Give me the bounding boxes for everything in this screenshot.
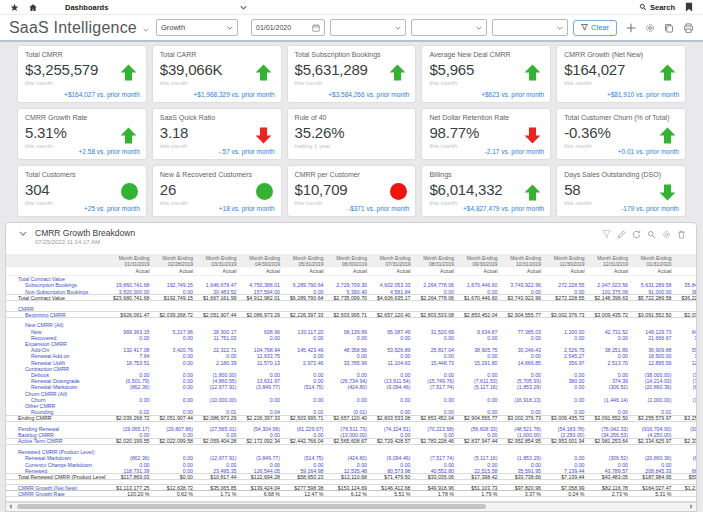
table-cell: $2,051,907.44 [193, 312, 237, 317]
filter-select-1[interactable] [330, 19, 406, 36]
filter-icon [581, 24, 588, 31]
circle-green-indicator [256, 183, 273, 200]
column-header: Month Ending07/31/2019 [367, 256, 411, 267]
refresh-icon[interactable] [632, 230, 641, 239]
kpi-label: CMRR Growth (Net New) [564, 51, 678, 58]
table-cell: $82,116.78 [585, 485, 629, 490]
kpi-value: 35.26% [295, 124, 409, 141]
table-cell: $3,091,552.50 [585, 416, 629, 421]
table-cell: 0.62 % [150, 491, 194, 496]
column-header: Month Ending01/31/2019 [106, 256, 150, 267]
kpi-card[interactable]: Average New Deal CMRR$5,965this month+$6… [421, 45, 551, 103]
kpi-card[interactable]: Total Customer Churn (% of Total)-0.36%t… [556, 108, 686, 160]
gear-icon[interactable] [662, 230, 671, 239]
view-select[interactable]: Growth [156, 19, 238, 36]
column-header: Month Ending08/31/2019 [411, 256, 455, 267]
kpi-delta: +$164,027 vs. prior month [64, 91, 140, 98]
table-cell: $2,904,555.77 [454, 416, 498, 421]
horizontal-scrollbar[interactable] [6, 502, 696, 511]
cmrr-table: Month Ending01/31/2019Month Ending02/28/… [6, 254, 696, 503]
gear-icon[interactable] [645, 23, 655, 33]
kpi-card[interactable]: Total CARR$39,066Kthis month+$1,968,329 … [152, 45, 282, 103]
kpi-card[interactable]: Total CMRR$3,255,579this month+$164,027 … [17, 45, 147, 103]
star-icon[interactable] [10, 3, 19, 12]
kpi-card[interactable]: Total Customers304this month+25 vs. prio… [17, 165, 147, 217]
table-cell: $2,148,398.63 [585, 295, 629, 300]
collapse-chevron-icon[interactable] [19, 231, 27, 236]
kpi-label: CMRR per Customer [295, 171, 409, 178]
arrow-down-green-icon [658, 183, 677, 206]
table-cell: $2,020,199.55 [106, 439, 150, 444]
kpi-card[interactable]: Days Sales Outstanding (DSO)58this month… [556, 165, 686, 217]
search-button[interactable]: Search [639, 3, 675, 12]
table-cell: (424.80) [324, 384, 368, 390]
table-cell: $1,113,177.25 [106, 485, 150, 490]
top-nav: Dashboards Search [0, 0, 703, 15]
table-cell: $4,912,982.01 [237, 295, 281, 300]
table-row: Churn0.000.00(10,000.00)0.000.000.000.00… [6, 397, 696, 403]
table-cell: 33,417.7 [672, 335, 697, 341]
kpi-card[interactable]: CMRR Growth Rate5.31%this month+2.58 vs.… [17, 108, 147, 160]
table-cell: $12,638.72 [150, 485, 194, 490]
chevron-down-icon[interactable] [143, 28, 149, 32]
scenario-cell: Actual [193, 269, 237, 275]
kpi-card[interactable]: New & Recovered Customers26this month+18… [152, 165, 282, 217]
table-cell: 0.00 [150, 359, 194, 365]
home-icon[interactable] [28, 3, 38, 12]
search-icon[interactable] [647, 230, 656, 239]
table-cell: 0.00 [411, 335, 455, 341]
chevron-down-icon [476, 26, 482, 30]
column-header: Month Ending11/30/2019 [541, 256, 585, 267]
scrollbar-thumb[interactable] [17, 504, 486, 509]
filter-select-3[interactable] [492, 19, 568, 36]
search-label: Search [650, 3, 675, 12]
scenario-cell: Actual [628, 269, 672, 275]
filter-select-2[interactable] [411, 19, 487, 36]
scroll-left-icon[interactable] [6, 503, 15, 510]
kpi-delta: +$1,968,329 vs. prior month [193, 91, 274, 98]
kpi-card[interactable]: Total Subscription Bookings$5,631,289thi… [287, 45, 417, 103]
date-value: 01/01/2020 [256, 24, 291, 31]
table-cell: $2,735,099.70 [324, 295, 368, 300]
table-cell: $597,929.6 [672, 474, 697, 479]
trash-icon[interactable] [677, 230, 686, 239]
kpi-card[interactable]: CMRR Growth (Net New)$164,027this month+… [556, 45, 686, 103]
dashboards-menu[interactable]: Dashboards [65, 3, 247, 12]
row-label: Total Contract Value [6, 295, 106, 300]
kpi-card[interactable]: Net Dollar Retention Rate98.77%this mont… [421, 108, 551, 160]
kpi-delta: -179 vs. prior month [621, 205, 679, 212]
edit-icon[interactable] [617, 230, 626, 239]
table-cell: $2,837,947.44 [454, 439, 498, 444]
kpi-card[interactable]: SaaS Quick Ratio3.18this month-.57 vs. p… [152, 108, 282, 160]
table-cell: (12,677.91) [193, 384, 237, 390]
table-cell: $2,334,625.9 [672, 439, 697, 444]
copy-icon[interactable] [664, 23, 674, 33]
table-cell: $2,952,854.95 [498, 439, 542, 444]
table-cell: (9,094.46) [367, 384, 411, 390]
clear-filters-button[interactable]: Clear [573, 20, 617, 36]
row-label: Renewed [6, 467, 106, 473]
title-bar: SaaS Intelligence Growth 01/01/2020 [0, 15, 703, 40]
date-input[interactable]: 01/01/2020 [251, 19, 325, 36]
filter-icon[interactable] [602, 230, 611, 239]
table-cell: $192,749.15 [150, 295, 194, 300]
kpi-card[interactable]: CMRR per Customer$10,709this month-$371 … [287, 165, 417, 217]
add-icon[interactable] [626, 23, 636, 33]
table-cell: $2,904,555.77 [498, 312, 542, 317]
kpi-label: Total Customers [25, 171, 139, 178]
print-icon[interactable] [683, 23, 694, 33]
arrow-up-green-icon [523, 183, 542, 206]
bookmark-icon[interactable] [685, 2, 693, 12]
table-cell: $122,694.28 [237, 474, 281, 479]
table-cell: 3.37 % [498, 491, 542, 496]
table-cell: 2,513.70 [585, 359, 629, 365]
table-cell: (1,853.29) [498, 384, 542, 390]
scroll-right-icon[interactable] [687, 503, 696, 510]
table-cell: 2,972.46 [280, 359, 324, 365]
kpi-label: Total Subscription Bookings [295, 51, 409, 58]
kpi-card[interactable]: Billings$6,014,332this month+$4,827,479 … [421, 165, 551, 217]
kpi-card[interactable]: Rule of 4035.26%trailing 1 year [287, 108, 417, 160]
cmrr-breakdown-panel: CMRR Growth Breakdown 07/25/2022 11:14:1… [5, 222, 697, 512]
table-cell: $926,091.47 [106, 312, 150, 317]
table-cell: $139,424.04 [237, 485, 281, 490]
